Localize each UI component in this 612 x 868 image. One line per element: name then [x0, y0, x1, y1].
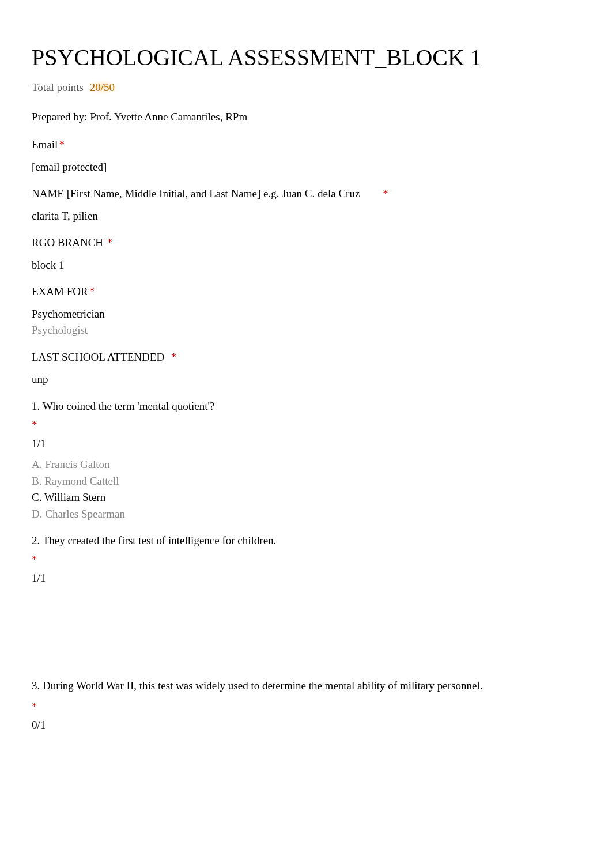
name-value: clarita T, pilien [32, 208, 580, 225]
name-label-text: NAME [First Name, Middle Initial, and La… [32, 187, 360, 199]
answer-option[interactable]: A. Francis Galton [32, 456, 580, 473]
exam-for-label: EXAM FOR* [32, 284, 580, 300]
school-label: LAST SCHOOL ATTENDED * [32, 349, 580, 366]
spacer [32, 738, 580, 784]
prepared-by: Prepared by: Prof. Yvette Anne Camantile… [32, 109, 580, 126]
page-title: PSYCHOLOGICAL ASSESSMENT_BLOCK 1 [32, 40, 580, 75]
required-asterisk: * [59, 138, 65, 150]
spacer [32, 591, 580, 666]
question-1-text: 1. Who coined the term 'mental quotient'… [32, 398, 580, 415]
school-label-text: LAST SCHOOL ATTENDED [32, 351, 164, 363]
required-asterisk: * [32, 699, 580, 715]
required-asterisk: * [89, 285, 95, 297]
required-asterisk: * [104, 236, 112, 248]
question-1-score: 1/1 [32, 436, 580, 452]
answer-option-selected[interactable]: C. William Stern [32, 489, 580, 506]
email-label-text: Email [32, 138, 58, 150]
school-value: unp [32, 371, 580, 388]
total-points-label: Total points [32, 81, 84, 93]
required-asterisk: * [32, 417, 580, 433]
exam-for-label-text: EXAM FOR [32, 285, 88, 297]
option-psychometrician[interactable]: Psychometrician [32, 306, 580, 323]
answer-option[interactable]: B. Raymond Cattell [32, 473, 580, 490]
question-3-score: 0/1 [32, 717, 580, 734]
rgo-value: block 1 [32, 257, 580, 274]
rgo-label: RGO BRANCH * [32, 235, 580, 251]
required-asterisk: * [383, 187, 388, 199]
answer-option[interactable]: D. Charles Spearman [32, 506, 580, 523]
email-value: [email protected] [32, 159, 580, 176]
question-2-score: 1/1 [32, 570, 580, 587]
required-asterisk: * [165, 351, 176, 363]
question-1-answers: A. Francis Galton B. Raymond Cattell C. … [32, 456, 580, 522]
name-label: NAME [First Name, Middle Initial, and La… [32, 186, 580, 202]
email-label: Email* [32, 137, 580, 153]
total-points-line: Total points 20/50 [32, 80, 580, 96]
required-asterisk: * [32, 552, 580, 568]
option-psychologist[interactable]: Psychologist [32, 322, 580, 339]
exam-for-options: Psychometrician Psychologist [32, 306, 580, 339]
question-3-text: 3. During World War II, this test was wi… [32, 675, 580, 696]
rgo-label-text: RGO BRANCH [32, 236, 103, 248]
total-points-value: 20/50 [86, 80, 118, 95]
question-2-text: 2. They created the first test of intell… [32, 533, 580, 549]
